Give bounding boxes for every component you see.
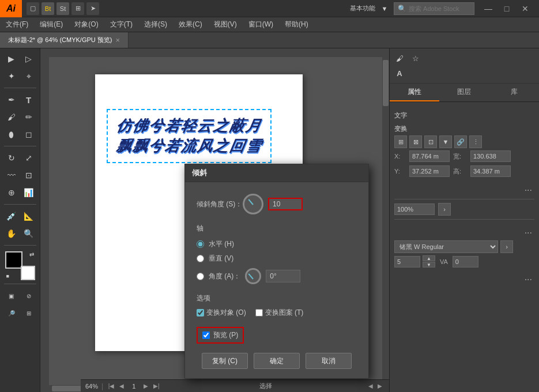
font-more-btn[interactable]: › xyxy=(500,240,513,253)
reset-colors-icon[interactable]: ■ xyxy=(6,273,9,279)
font-size-up[interactable]: ▲ xyxy=(423,255,435,261)
scale-tool[interactable]: ⤢ xyxy=(21,150,37,166)
transform-more[interactable]: ⋮ xyxy=(469,135,482,148)
warp-tool[interactable]: 〰 xyxy=(3,167,20,183)
zoom-input[interactable] xyxy=(394,203,435,215)
tracking-input[interactable] xyxy=(453,256,478,267)
measure-tool[interactable]: 📐 xyxy=(21,208,37,224)
document-tab[interactable]: 未标题-2* @ 64% (CMYK/GPU 预览) × xyxy=(0,32,129,48)
angle-axis-dial[interactable] xyxy=(245,268,261,284)
menu-effect[interactable]: 效果(C) xyxy=(173,17,208,32)
column-graph-tool[interactable]: 📊 xyxy=(21,184,37,201)
menu-text[interactable]: 文字(T) xyxy=(104,17,138,32)
pencil-tool[interactable]: ✏ xyxy=(21,109,37,125)
vertical-scrollbar[interactable] xyxy=(382,48,389,385)
stock-icon[interactable]: St xyxy=(56,2,69,15)
hand-tool[interactable]: ✋ xyxy=(3,225,20,242)
transform-more-icon[interactable]: ... xyxy=(522,180,534,195)
tab-properties[interactable]: 属性 xyxy=(390,84,439,101)
bridge-icon[interactable]: Bt xyxy=(42,2,54,15)
minimize-button[interactable]: — xyxy=(479,0,497,17)
rotate-tool[interactable]: ↻ xyxy=(3,150,20,166)
cancel-button[interactable]: 取消 xyxy=(306,353,352,369)
zoom-more-btn[interactable]: › xyxy=(438,203,451,216)
angle-axis-input[interactable] xyxy=(266,270,300,282)
tab-close-icon[interactable]: × xyxy=(115,36,120,44)
text-tool[interactable]: T xyxy=(21,92,37,108)
zoom-tool[interactable]: 🔍 xyxy=(21,225,37,242)
font-size-input[interactable] xyxy=(394,256,420,267)
status-arrow-left[interactable]: ◀ xyxy=(366,382,375,391)
menu-select[interactable]: 选择(S) xyxy=(138,17,173,32)
font-size-down[interactable]: ▼ xyxy=(423,262,435,267)
font-more-icon[interactable]: ... xyxy=(522,270,534,285)
menu-object[interactable]: 对象(O) xyxy=(69,17,104,32)
preview-label[interactable]: 预览 (P) xyxy=(197,327,244,344)
artboard-tool[interactable]: ⊞ xyxy=(21,305,37,321)
symbol-sprayer-tool[interactable]: ⊕ xyxy=(3,184,20,201)
magic-wand-tool[interactable]: ✦ xyxy=(3,68,20,84)
ok-button[interactable]: 确定 xyxy=(254,353,300,369)
free-transform-tool[interactable]: ⊡ xyxy=(21,167,37,183)
menu-window[interactable]: 窗口(W) xyxy=(243,17,279,32)
background-color[interactable] xyxy=(21,266,35,280)
direct-select-tool[interactable]: ▷ xyxy=(21,51,37,67)
fill-icon[interactable]: ▣ xyxy=(3,288,20,304)
copy-button[interactable]: 复制 (C) xyxy=(202,353,248,369)
menu-view[interactable]: 视图(V) xyxy=(208,17,243,32)
close-button[interactable]: ✕ xyxy=(516,0,534,17)
new-doc-icon[interactable]: ▢ xyxy=(27,2,39,15)
y-input[interactable] xyxy=(409,165,450,177)
panel-star-icon[interactable]: ☆ xyxy=(408,51,423,66)
tab-layers[interactable]: 图层 xyxy=(439,84,489,101)
foreground-color[interactable] xyxy=(5,251,22,269)
next-page-button2[interactable]: ▶| xyxy=(152,382,161,391)
panel-text-icon[interactable]: A xyxy=(392,66,407,81)
panel-brush-icon[interactable]: 🖌 xyxy=(392,51,407,66)
horizontal-radio[interactable] xyxy=(197,240,204,248)
transform-pattern-checkbox[interactable] xyxy=(255,309,263,316)
brush-tool[interactable]: 🖌 xyxy=(3,109,20,125)
status-arrow-right[interactable]: ▶ xyxy=(375,382,385,391)
search-input[interactable] xyxy=(409,5,466,12)
layout-icon[interactable]: ⊞ xyxy=(71,2,84,15)
next-page-button[interactable]: ▶ xyxy=(141,382,150,391)
transform-icon-2[interactable]: ⊠ xyxy=(409,135,422,148)
transform-objects-checkbox[interactable] xyxy=(197,309,204,316)
w-input[interactable] xyxy=(470,150,511,162)
vertical-scroll-thumb[interactable] xyxy=(383,60,389,106)
menu-help[interactable]: 帮助(H) xyxy=(279,17,314,32)
select-tool[interactable]: ▶ xyxy=(3,51,20,67)
section-more-icon[interactable]: ... xyxy=(522,223,534,238)
transform-icon-1[interactable]: ⊞ xyxy=(394,135,407,148)
x-input[interactable] xyxy=(409,150,450,162)
shear-dial[interactable] xyxy=(243,194,263,214)
arrow-icon[interactable]: ➤ xyxy=(86,2,99,15)
transform-link[interactable]: 🔗 xyxy=(454,135,467,148)
maximize-button[interactable]: □ xyxy=(497,0,516,17)
swap-colors-icon[interactable]: ⇄ xyxy=(29,251,34,258)
blob-brush-tool[interactable]: ⬮ xyxy=(3,126,20,142)
menu-file[interactable]: 文件(F) xyxy=(0,17,34,32)
font-select[interactable]: 锗黑 W Regular xyxy=(394,240,498,253)
workspace-dropdown[interactable]: ▼ xyxy=(380,4,389,13)
zoom-in-icon[interactable]: 🔎 xyxy=(3,305,20,321)
search-box[interactable]: 🔍 xyxy=(394,2,474,15)
text-selection: 仿佛兮若轻云之蔽月 飘飘兮若流风之回雪 xyxy=(107,109,272,163)
shear-angle-input[interactable] xyxy=(268,198,303,210)
none-icon[interactable]: ⊘ xyxy=(21,288,37,304)
prev-page-button[interactable]: |◀ xyxy=(107,382,116,391)
lasso-tool[interactable]: ⌖ xyxy=(21,68,37,84)
menu-edit[interactable]: 编辑(E) xyxy=(34,17,69,32)
h-input[interactable] xyxy=(470,165,511,177)
angle-radio[interactable] xyxy=(197,273,204,280)
transform-dropdown[interactable]: ▼ xyxy=(439,135,452,148)
vertical-radio[interactable] xyxy=(197,255,204,262)
transform-icon-3[interactable]: ⊡ xyxy=(424,135,437,148)
prev-page-button2[interactable]: ◀ xyxy=(117,382,126,391)
pen-tool[interactable]: ✒ xyxy=(3,92,20,108)
preview-checkbox[interactable] xyxy=(202,331,210,339)
eyedropper-tool[interactable]: 💉 xyxy=(3,208,20,224)
eraser-tool[interactable]: ◻ xyxy=(21,126,37,142)
tab-library[interactable]: 库 xyxy=(489,84,539,101)
